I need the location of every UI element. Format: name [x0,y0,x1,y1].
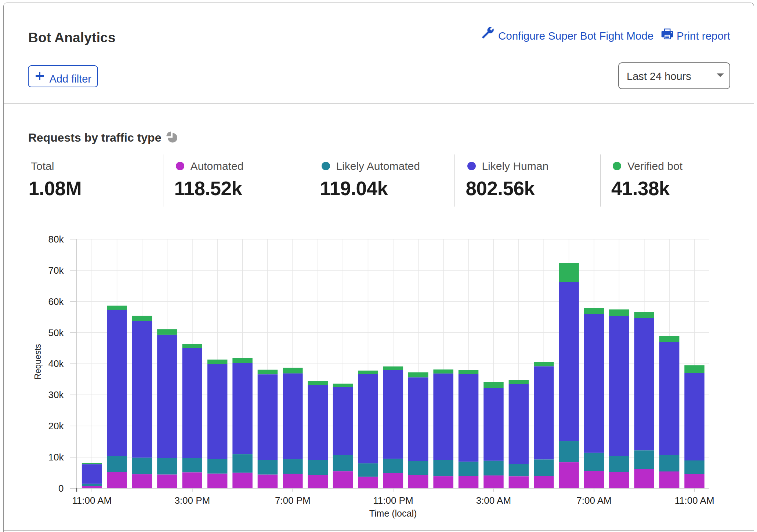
svg-text:10k: 10k [48,452,64,463]
svg-text:40k: 40k [48,358,64,369]
svg-text:Time (local): Time (local) [369,508,417,518]
svg-text:Requests: Requests [33,344,43,379]
svg-text:3:00 AM: 3:00 AM [476,495,511,506]
svg-text:11:00 AM: 11:00 AM [675,495,714,506]
svg-text:80k: 80k [48,234,64,245]
svg-text:11:00 PM: 11:00 PM [373,495,413,506]
svg-text:30k: 30k [48,389,64,400]
svg-text:3:00 PM: 3:00 PM [174,495,210,506]
svg-text:7:00 PM: 7:00 PM [275,495,311,506]
svg-text:11:00 AM: 11:00 AM [72,495,112,506]
svg-text:7:00 AM: 7:00 AM [576,495,611,506]
svg-text:60k: 60k [48,296,64,307]
svg-text:0: 0 [58,483,64,494]
svg-text:50k: 50k [48,327,64,338]
svg-text:70k: 70k [48,265,64,276]
svg-text:20k: 20k [48,420,64,431]
